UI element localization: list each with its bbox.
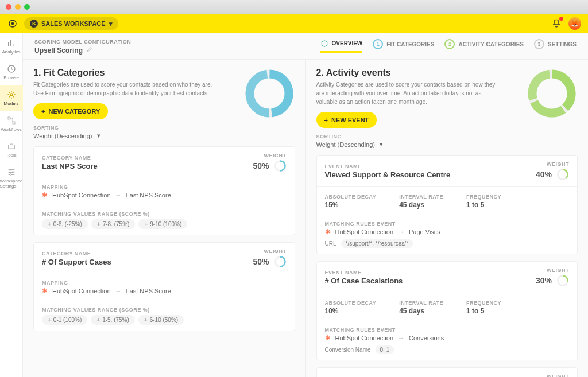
mapping-label: MAPPING — [42, 280, 287, 286]
chip-text: 7-8. (75%) — [103, 221, 130, 227]
mapping-row: ✱ HubSpot Connection → Page Visits — [325, 228, 570, 236]
mapping-event: Conversions — [409, 335, 444, 341]
weight-value: 40% — [536, 170, 552, 179]
mapping-row: ✱ HubSpot Connection → Last NPS Score — [42, 287, 287, 295]
decay-value: 10% — [325, 307, 377, 315]
activity-event-card[interactable]: EVENT NAME Attended Customer Webinar WEI… — [316, 367, 578, 377]
step-number-icon: 3 — [534, 39, 544, 49]
step-number-icon: 2 — [444, 39, 455, 49]
chip-text: 0-6. (-25%) — [53, 221, 82, 227]
plus-icon: + — [41, 108, 45, 115]
toolbox-icon — [6, 141, 17, 151]
sidebar-item-workflows[interactable]: Workflows — [0, 111, 23, 137]
minimize-window-button[interactable] — [15, 4, 21, 10]
url-label: URL — [325, 240, 336, 247]
sort-label: SORTING — [316, 134, 519, 139]
top-bar: S SALES WORKSPACE ▾ 🦊 — [0, 14, 588, 33]
breadcrumb-label: SCORING MODEL CONFIGURATION — [34, 39, 131, 45]
chevron-down-icon: ▾ — [380, 141, 383, 148]
arrow-right-icon: → — [398, 335, 404, 341]
range-chip[interactable]: +1-5. (75%) — [91, 315, 135, 325]
fit-category-card[interactable]: CATEGORY NAME Last NPS Score WEIGHT 50% — [33, 146, 295, 235]
sidebar-item-models[interactable]: Models — [0, 85, 23, 111]
plus-icon: + — [96, 317, 100, 323]
range-chip[interactable]: +7-8. (75%) — [91, 219, 136, 229]
activity-description: Activity Categories are used to score yo… — [316, 80, 500, 106]
interval-value: 45 days — [399, 307, 443, 315]
mapping-row: ✱ HubSpot Connection → Last NPS Score — [42, 191, 287, 199]
sort-label: SORTING — [33, 125, 235, 131]
mapping-event: Page Visits — [409, 228, 440, 235]
frequency-label: FREQUENCY — [466, 194, 501, 200]
category-name-label: CATEGORY NAME — [42, 155, 253, 161]
breadcrumb-row: SCORING MODEL CONFIGURATION Upsell Scori… — [23, 33, 588, 60]
activity-title: 2. Activity events — [316, 68, 519, 78]
weight-label: WEIGHT — [536, 267, 569, 273]
workspace-selector[interactable]: S SALES WORKSPACE ▾ — [24, 17, 118, 30]
user-avatar[interactable]: 🦊 — [568, 17, 581, 30]
chip-text: 9-10 (100%) — [150, 221, 181, 227]
weight-value: 50% — [253, 257, 269, 266]
mapping-source: HubSpot Connection — [335, 335, 394, 341]
tab-settings[interactable]: 3 SETTINGS — [534, 39, 577, 53]
rules-label: MATCHING RULES EVENT — [325, 221, 570, 227]
sidebar-item-workspace-settings[interactable]: Workspace Settings — [0, 162, 23, 193]
new-category-button[interactable]: + NEW CATEGORY — [33, 103, 108, 119]
mac-titlebar — [0, 0, 588, 14]
gear-icon — [6, 90, 17, 100]
plus-icon: + — [144, 221, 148, 227]
close-window-button[interactable] — [6, 4, 11, 10]
chevron-down-icon: ▾ — [109, 20, 113, 28]
event-name-label: EVENT NAME — [325, 164, 536, 169]
sort-selector[interactable]: Weight (Descending) ▾ — [33, 132, 235, 139]
tab-label: FIT CATEGORIES — [386, 41, 434, 48]
app-logo-icon — [7, 18, 18, 29]
sidebar-item-tools[interactable]: Tools — [0, 137, 23, 162]
weight-label: WEIGHT — [536, 374, 569, 377]
maximize-window-button[interactable] — [24, 4, 30, 10]
notifications-button[interactable] — [550, 17, 563, 30]
rules-label: MATCHING RULES EVENT — [325, 327, 570, 333]
range-label: MATCHING VALUES RANGE (SCORE %) — [42, 307, 287, 313]
cube-icon — [320, 40, 328, 48]
tab-overview[interactable]: OVERVIEW — [320, 39, 363, 53]
category-name: Last NPS Score — [42, 162, 253, 170]
mapping-source: HubSpot Connection — [52, 192, 111, 199]
conversion-value: 0, 1 — [376, 345, 394, 354]
mapping-source: HubSpot Connection — [52, 287, 111, 294]
chip-text: 1-5. (75%) — [102, 317, 129, 323]
range-chip[interactable]: +9-10 (100%) — [138, 219, 187, 229]
plus-icon: + — [324, 116, 328, 123]
event-name: # Of Case Escalations — [325, 277, 536, 285]
category-name: # Of Support Cases — [42, 258, 253, 266]
fit-category-card[interactable]: CATEGORY NAME # Of Support Cases WEIGHT … — [33, 242, 295, 331]
range-chip[interactable]: +0-6. (-25%) — [42, 219, 88, 229]
range-chip[interactable]: +6-10 (50%) — [138, 315, 184, 325]
fit-panel: 1. Fit Categories Fit Categories are use… — [23, 60, 305, 377]
activity-event-card[interactable]: EVENT NAME # Of Case Escalations WEIGHT … — [316, 261, 578, 360]
new-event-button[interactable]: + NEW EVENT — [316, 112, 377, 128]
tab-fit-categories[interactable]: 1 FIT CATEGORIES — [373, 39, 434, 53]
notification-dot-icon — [559, 17, 563, 21]
decay-value: 15% — [325, 201, 377, 209]
svg-point-9 — [10, 174, 11, 176]
pencil-icon — [86, 46, 93, 53]
range-chip[interactable]: +0-1 (100%) — [42, 315, 87, 325]
frequency-value: 1 to 5 — [466, 307, 501, 315]
sidebar-label: Models — [4, 101, 19, 106]
fit-donut-chart — [243, 68, 295, 119]
sidebar-item-browse[interactable]: Browse — [0, 59, 23, 85]
button-label: NEW EVENT — [331, 116, 369, 123]
plus-icon: + — [97, 221, 100, 227]
left-sidebar: Analytics Browse Models Workflows Tools … — [0, 33, 23, 377]
tab-label: SETTINGS — [548, 41, 577, 48]
tab-activity-categories[interactable]: 2 ACTIVITY CATEGORIES — [444, 39, 524, 53]
sort-selector[interactable]: Weight (Descending) ▾ — [316, 141, 519, 148]
weight-ring-icon — [556, 274, 569, 287]
edit-name-button[interactable] — [86, 46, 93, 55]
activity-event-card[interactable]: EVENT NAME Viewed Support & Resource Cen… — [316, 155, 578, 254]
range-label: MATCHING VALUES RANGE (SCORE %) — [42, 211, 287, 217]
sidebar-item-analytics[interactable]: Analytics — [0, 33, 23, 59]
button-label: NEW CATEGORY — [48, 108, 100, 115]
plus-icon: + — [48, 317, 51, 323]
